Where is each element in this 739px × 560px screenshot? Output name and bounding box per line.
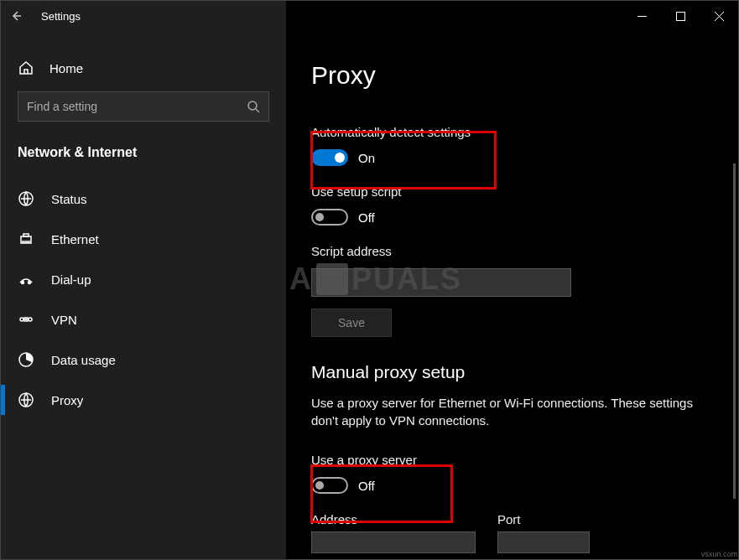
source-attribution: vsxun.com [701,550,737,558]
home-icon [18,60,34,76]
port-input[interactable] [497,531,590,553]
svg-point-1 [248,101,257,110]
sidebar-item-datausage[interactable]: Data usage [1,340,286,380]
scrollbar[interactable] [733,163,736,499]
search-input[interactable] [27,100,247,113]
svg-point-5 [22,282,24,284]
nav-label: Ethernet [51,232,99,246]
status-icon [18,190,34,207]
svg-rect-4 [23,234,29,236]
minimize-button[interactable] [622,1,661,31]
window-title: Settings [31,10,81,23]
nav-label: VPN [51,313,77,327]
sidebar: Home Network & Internet Status Ethernet … [1,31,286,559]
category-title: Network & Internet [1,145,286,179]
nav-label: Proxy [51,393,83,407]
svg-point-7 [20,318,23,321]
highlight-box-use-proxy [310,464,453,523]
vpn-icon [18,311,34,328]
maximize-icon [676,12,685,21]
home-label: Home [49,61,83,75]
svg-rect-0 [676,12,684,20]
sidebar-item-dialup[interactable]: Dial-up [1,259,286,299]
nav-label: Data usage [51,353,116,367]
sidebar-item-proxy[interactable]: Proxy [1,380,286,420]
search-icon [247,100,260,113]
nav-label: Status [51,192,87,206]
sidebar-item-ethernet[interactable]: Ethernet [1,219,286,259]
page-title: Proxy [311,61,718,90]
setup-script-state: Off [358,210,375,225]
manual-section-title: Manual proxy setup [311,362,718,382]
minimize-icon [638,12,647,21]
script-address-input[interactable] [311,268,571,297]
address-input[interactable] [311,531,476,553]
svg-point-6 [29,282,31,284]
datausage-icon [18,351,34,368]
close-icon [715,12,724,21]
manual-desc: Use a proxy server for Ethernet or Wi-Fi… [311,394,705,429]
titlebar: Settings [1,1,738,31]
save-button[interactable]: Save [311,309,392,337]
highlight-box-auto-detect [310,131,497,189]
port-label: Port [497,512,590,526]
svg-point-8 [29,318,32,321]
nav-label: Dial-up [51,272,91,287]
dialup-icon [18,271,34,288]
home-link[interactable]: Home [1,54,286,91]
setup-script-toggle[interactable] [311,209,348,226]
back-button[interactable] [1,1,31,31]
close-button[interactable] [700,1,738,31]
script-address-label: Script address [311,244,718,258]
sidebar-item-status[interactable]: Status [1,179,286,219]
proxy-icon [18,391,34,408]
search-box[interactable] [18,91,269,122]
maximize-button[interactable] [661,1,700,31]
sidebar-item-vpn[interactable]: VPN [1,299,286,340]
ethernet-icon [18,231,34,247]
arrow-left-icon [9,9,23,23]
